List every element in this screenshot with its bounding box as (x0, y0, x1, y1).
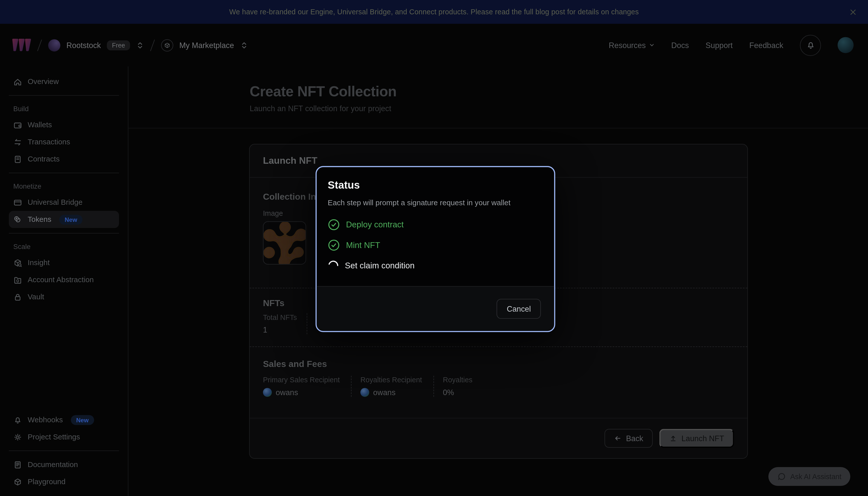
ask-ai-assistant-button[interactable]: Ask AI Assistant (768, 467, 850, 486)
primary-sales-recipient-value: owans (263, 388, 351, 397)
sidebar-section-build: Build (9, 100, 119, 116)
royalties-label: Royalties (443, 376, 472, 384)
folder-shield-icon (13, 275, 22, 284)
chevrons-up-down-icon[interactable] (136, 41, 144, 49)
breadcrumb-separator (150, 39, 155, 51)
royalties-value: 0% (443, 388, 472, 397)
spinner-icon (328, 260, 339, 271)
nav-docs[interactable]: Docs (671, 41, 689, 49)
step-set-claim-condition: Set claim condition (328, 259, 543, 273)
arrows-left-right-icon (13, 138, 22, 146)
divider (9, 233, 119, 233)
total-nfts-value: 1 (263, 325, 307, 334)
sidebar-item-universal-bridge[interactable]: Universal Bridge (9, 194, 119, 211)
wallet-avatar (263, 388, 272, 397)
sidebar-item-tokens[interactable]: Tokens New (9, 211, 119, 228)
lock-icon (13, 293, 22, 301)
new-badge: New (59, 215, 83, 224)
app-viewport: We have re-branded our Engine, Universal… (0, 0, 868, 496)
plan-badge: Free (107, 40, 130, 50)
top-header: Rootstock Free My Marketplace Resources … (0, 24, 868, 66)
sidebar-item-wallets[interactable]: Wallets (9, 116, 119, 133)
thirdweb-logo[interactable] (12, 38, 31, 52)
dialog-title: Status (328, 179, 543, 191)
chevrons-up-down-icon[interactable] (240, 41, 248, 49)
project-name[interactable]: My Marketplace (180, 41, 234, 49)
sidebar-item-documentation[interactable]: Documentation (9, 456, 119, 473)
sidebar-item-overview[interactable]: Overview (9, 73, 119, 90)
sidebar-item-account-abstraction[interactable]: Account Abstraction (9, 271, 119, 288)
bell-icon (13, 415, 22, 424)
launch-nft-button[interactable]: Launch NFT (659, 429, 734, 448)
cancel-button[interactable]: Cancel (497, 299, 541, 319)
announcement-banner: We have re-branded our Engine, Universal… (0, 0, 868, 24)
royalties-recipient-value: owans (360, 388, 433, 397)
card-title: Launch NFT (263, 155, 734, 167)
wallet-avatar (360, 388, 369, 397)
check-circle-icon (328, 218, 340, 230)
cube-icon (13, 477, 22, 486)
nav-support[interactable]: Support (706, 41, 733, 49)
breadcrumb-separator (37, 39, 42, 51)
chevron-down-icon (649, 42, 655, 48)
divider (9, 450, 119, 451)
sidebar-item-project-settings[interactable]: Project Settings (9, 428, 119, 446)
org-avatar[interactable] (48, 39, 60, 51)
project-cube-icon (161, 39, 173, 51)
step-deploy-contract: Deploy contract (328, 218, 543, 231)
sidebar-item-playground[interactable]: Playground (9, 473, 119, 490)
upload-icon (669, 434, 677, 442)
total-nfts-label: Total NFTs (263, 313, 307, 322)
divider (307, 313, 307, 334)
check-circle-icon (328, 239, 340, 251)
org-name[interactable]: Rootstock (66, 41, 101, 49)
chat-bubble-icon (777, 472, 786, 481)
sidebar-item-webhooks[interactable]: Webhooks New (9, 411, 119, 428)
file-text-icon (13, 155, 22, 164)
sidebar: Overview Build Wallets Transactions Cont… (0, 66, 128, 496)
step-mint-nft: Mint NFT (328, 238, 543, 252)
status-dialog: Status Each step will prompt a signature… (315, 166, 555, 332)
wallet-icon (13, 121, 22, 129)
banner-close-button[interactable] (847, 6, 859, 18)
close-icon (849, 8, 857, 16)
book-icon (13, 460, 22, 469)
notifications-button[interactable] (800, 35, 821, 56)
sidebar-item-vault[interactable]: Vault (9, 288, 119, 305)
nav-resources[interactable]: Resources (609, 41, 655, 49)
announcement-text: We have re-branded our Engine, Universal… (229, 8, 639, 16)
back-button[interactable]: Back (604, 429, 653, 448)
primary-sales-recipient-label: Primary Sales Recipient (263, 376, 351, 384)
sidebar-item-insight[interactable]: Insight (9, 254, 119, 271)
nav-feedback[interactable]: Feedback (749, 41, 783, 49)
box-search-icon (13, 258, 22, 267)
sales-section-title: Sales and Fees (263, 359, 734, 369)
page-title: Create NFT Collection (250, 83, 868, 100)
user-avatar[interactable] (838, 37, 854, 53)
divider (9, 95, 119, 96)
arrow-left-icon (614, 434, 622, 442)
sidebar-item-transactions[interactable]: Transactions (9, 133, 119, 151)
bell-icon (806, 41, 815, 50)
gear-icon (13, 433, 22, 441)
collection-image-thumbnail (263, 221, 306, 265)
divider (9, 172, 119, 173)
home-icon (13, 77, 22, 86)
dialog-description: Each step will prompt a signature reques… (328, 199, 543, 207)
royalties-recipient-label: Royalties Recipient (360, 376, 433, 384)
new-badge: New (71, 415, 94, 425)
coins-icon (13, 215, 22, 224)
credit-card-icon (13, 198, 22, 207)
sidebar-item-contracts[interactable]: Contracts (9, 151, 119, 168)
page-subtitle: Launch an NFT collection for your projec… (250, 104, 868, 113)
sidebar-section-scale: Scale (9, 238, 119, 254)
sidebar-section-monetize: Monetize (9, 178, 119, 194)
